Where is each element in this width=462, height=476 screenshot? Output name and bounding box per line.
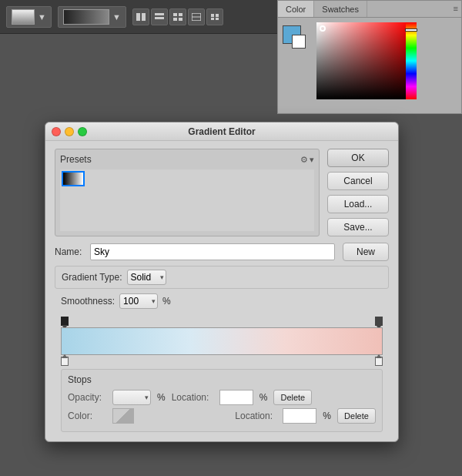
layout-icon-3[interactable] [169,8,186,25]
opacity-delete-button[interactable]: Delete [273,390,312,405]
gradient-bar-area [61,317,383,366]
cancel-button[interactable]: Cancel [327,172,389,190]
opacity-select-wrapper [112,390,151,405]
color-swatch-picker[interactable] [112,408,134,424]
dialog-titlebar: Gradient Editor [45,122,398,141]
svg-rect-3 [155,17,164,19]
smoothness-label: Smoothness: [61,296,115,307]
color-location-input[interactable] [283,408,316,424]
smoothness-select[interactable]: 100 75 50 25 [119,293,158,309]
preset-item-black-white[interactable] [62,171,85,186]
svg-rect-10 [211,14,214,17]
color-delete-button[interactable]: Delete [337,408,376,424]
layout-icon-2[interactable] [151,8,168,25]
presets-section: Presets ⚙ ▾ [55,149,320,236]
dialog-body: Presets ⚙ ▾ OK Cancel Load... [45,141,398,441]
color-row: Color: Location: % Delete [68,408,376,424]
tab-color[interactable]: Color [278,1,314,17]
layout-icon-1[interactable] [132,8,149,25]
dialog-left: Presets ⚙ ▾ [55,149,320,236]
opacity-location-input[interactable] [219,390,253,405]
swatch-preview [12,9,35,25]
svg-rect-12 [211,18,214,20]
svg-rect-7 [179,18,182,21]
svg-rect-6 [173,18,177,21]
gear-icon: ⚙ [300,155,308,165]
save-button[interactable]: Save... [327,218,389,236]
color-panel-body [278,18,461,115]
color-stop-right[interactable] [375,357,383,366]
gradient-handle[interactable] [320,25,326,32]
dialog-right: OK Cancel Load... Save... [327,149,389,236]
layout-icon-5[interactable] [206,8,223,25]
name-label: Name: [55,246,85,257]
gradient-preview-bar[interactable] [61,327,383,355]
tab-swatches[interactable]: Swatches [314,1,367,17]
opacity-stops-row [61,317,383,327]
color-field-label: Color: [68,411,106,421]
close-button[interactable] [52,127,61,136]
ok-button[interactable]: OK [327,149,389,167]
opacity-field-label: Opacity: [68,392,106,403]
layout-icon-4[interactable] [188,8,205,25]
smoothness-wrapper: 100 75 50 25 [119,293,158,309]
gear-button[interactable]: ⚙ ▾ [300,155,314,165]
hue-handle[interactable] [405,28,417,32]
name-row: Name: New [55,243,389,261]
color-panel: Color Swatches ≡ [277,0,462,114]
load-button[interactable]: Load... [327,195,389,213]
swatch-selector[interactable]: ▼ [6,6,52,28]
maximize-button[interactable] [78,127,87,136]
smoothness-unit: % [162,296,171,307]
background-swatch[interactable] [292,35,306,49]
new-button[interactable]: New [343,243,389,261]
svg-rect-5 [179,13,182,16]
opacity-location-unit: % [259,392,268,403]
swatch-dropdown-arrow: ▼ [38,12,46,22]
gradient-type-row: Gradient Type: Solid Noise [55,266,389,289]
stops-section: Stops Opacity: % Location: % Delete Colo… [61,369,383,432]
gradient-preview-thumb [63,9,109,25]
fg-bg-swatches[interactable] [283,25,310,53]
gradient-type-select[interactable]: Solid Noise [127,270,166,285]
gradient-selector[interactable]: ▼ [58,6,126,28]
svg-rect-13 [216,18,219,20]
color-location-unit: % [323,411,331,421]
color-stop-left[interactable] [61,357,69,366]
smoothness-row: Smoothness: 100 75 50 25 % [55,292,389,310]
svg-rect-2 [155,13,164,15]
gear-arrow-icon: ▾ [310,155,314,165]
svg-rect-0 [136,13,140,21]
layout-icons [132,8,223,25]
gradient-type-wrapper: Solid Noise [127,270,166,285]
stops-title: Stops [68,374,376,385]
dialog-title: Gradient Editor [188,126,255,137]
gradient-editor-dialog: Gradient Editor Presets ⚙ ▾ [45,122,399,442]
presets-label: Presets [60,154,92,165]
color-stops-row [61,355,383,366]
svg-rect-11 [216,14,219,17]
presets-header: Presets ⚙ ▾ [60,154,314,165]
opacity-row: Opacity: % Location: % Delete [68,390,376,405]
traffic-lights [52,127,87,136]
color-location-label: Location: [235,411,276,421]
opacity-stop-right[interactable] [375,317,383,326]
name-input[interactable] [90,243,335,260]
svg-rect-4 [173,13,177,16]
color-gradient[interactable] [316,22,409,99]
main-row: Presets ⚙ ▾ OK Cancel Load... [55,149,389,236]
hue-strip[interactable] [406,22,417,99]
opacity-stop-left[interactable] [61,317,69,326]
svg-rect-1 [142,13,146,21]
panel-menu-icon[interactable]: ≡ [454,4,458,13]
minimize-button[interactable] [65,127,74,136]
color-picker[interactable] [316,22,457,110]
presets-grid [60,169,314,231]
color-panel-tabs: Color Swatches ≡ [278,1,461,18]
opacity-location-label: Location: [172,392,213,403]
opacity-select[interactable] [112,390,151,405]
opacity-unit: % [157,392,166,403]
gradient-type-label: Gradient Type: [62,272,122,283]
gradient-dropdown-arrow: ▼ [112,12,121,22]
